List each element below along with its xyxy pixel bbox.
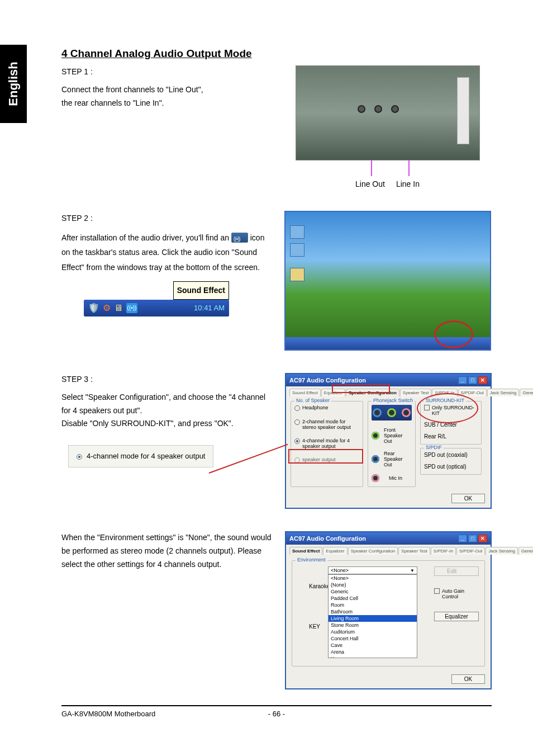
step3-p1: Select "Speaker Configuration", and choo…: [61, 391, 272, 418]
label-auto-gain: Auto Gain Control: [442, 588, 479, 599]
label-lineout: Line Out: [355, 179, 385, 188]
env-option[interactable]: Room: [329, 602, 417, 608]
ok-button[interactable]: OK: [451, 494, 485, 503]
checkbox-auto-gain[interactable]: Auto Gain Control: [434, 588, 479, 599]
footer-page: - 66 -: [254, 710, 299, 718]
label-key: KEY: [309, 623, 320, 630]
ok-button-2[interactable]: OK: [451, 674, 485, 684]
step3-row: STEP 3 : Select "Speaker Configuration",…: [61, 373, 492, 509]
env-dropdown[interactable]: <None> ▼ <None>(None)GenericPadded CellR…: [328, 566, 417, 658]
rear-labels: Line Out Line In: [355, 179, 420, 188]
equalizer-button[interactable]: Equalizer: [434, 612, 479, 621]
radio-4ch-label: 4-channel mode for 4 speaker output: [302, 438, 359, 449]
minimize-icon[interactable]: _: [458, 535, 467, 542]
env-option[interactable]: Living Room: [329, 615, 417, 622]
desktop-icon-2: [290, 243, 304, 257]
maximize-icon[interactable]: □: [468, 376, 477, 384]
radio-2ch[interactable]: 2-channel mode for stereo speaker output: [294, 419, 359, 430]
label-linein: Line In: [396, 179, 420, 188]
language-tab-text: English: [6, 62, 21, 106]
language-tab: English: [0, 45, 27, 123]
radio-2ch-label: 2-channel mode for stereo speaker output: [302, 419, 359, 430]
ac97-tabs-2: Sound Effect Equalizer Speaker Configura…: [286, 545, 491, 555]
fieldset-environment: Environment Karaoke KEY <None> ▼ <None>(…: [292, 560, 485, 667]
row-spd-opt: SPD out (optical): [424, 464, 478, 470]
tab-jack-sensing[interactable]: Jack Sensing: [487, 389, 520, 396]
highlight-oval-icon: [434, 320, 473, 348]
tab-speaker-test-2[interactable]: Speaker Test: [398, 547, 430, 555]
step1-image-col: Line Out Line In: [283, 65, 492, 188]
four-channel-clip-text: 4-channel mode for 4 speaker output: [87, 450, 205, 462]
footer-spacer: [299, 710, 492, 718]
pci-bracket: [457, 77, 469, 144]
tab-speaker-config-2[interactable]: Speaker Configuration: [348, 547, 398, 555]
env-option[interactable]: Auditorium: [329, 629, 417, 635]
tab-general-2[interactable]: General: [518, 547, 533, 555]
env-option[interactable]: Generic: [329, 588, 417, 595]
env-image-col: AC97 Audio Configuration _ □ ✕ Sound Eff…: [285, 531, 492, 689]
env-row: When the "Environment settings" is "None…: [61, 531, 492, 689]
radio-headphone-label: Headphone: [302, 405, 329, 410]
fieldset-spdif: S/PDIF SPD out (coaxial) SPD out (optica…: [420, 448, 482, 475]
radio-4ch[interactable]: 4-channel mode for 4 speaker output: [294, 438, 359, 449]
ac97-title: AC97 Audio Configuration: [289, 377, 366, 384]
env-option[interactable]: Cave: [329, 642, 417, 649]
label-spd-opt: SPD out (optical): [424, 464, 467, 470]
close-icon[interactable]: ✕: [478, 376, 487, 384]
four-channel-clip: 4-channel mode for 4 speaker output: [68, 445, 213, 467]
env-option[interactable]: Arena: [329, 649, 417, 655]
ac97-dialog-speaker-config: AC97 Audio Configuration _ □ ✕ Sound Eff…: [285, 373, 492, 509]
tray-audio-icon[interactable]: ((•)): [126, 303, 137, 313]
mini-jack-blue-icon: [372, 455, 379, 463]
env-option[interactable]: Padded Cell: [329, 595, 417, 602]
step3-p2: Disable "Only SURROUND-KIT", and press "…: [61, 417, 272, 431]
tab-spdif-out-2[interactable]: S/PDIF-Out: [456, 547, 485, 555]
env-body: Environment Karaoke KEY <None> ▼ <None>(…: [286, 555, 491, 672]
env-option[interactable]: <None>: [329, 575, 417, 582]
step3-label: STEP 3 :: [61, 373, 272, 386]
page-content: 4 Channel Analog Audio Output Mode STEP …: [61, 48, 492, 712]
audio-tray-icon: [231, 233, 248, 243]
env-text: When the "Environment settings" is "None…: [61, 531, 272, 571]
tab-sound-effect[interactable]: Sound Effect: [289, 389, 321, 396]
maximize-icon[interactable]: □: [468, 535, 477, 542]
tab-sound-effect-2[interactable]: Sound Effect: [289, 547, 322, 555]
minimize-icon[interactable]: _: [458, 376, 467, 384]
tray-monitor-icon: 🖥: [114, 300, 123, 316]
tab-general[interactable]: General: [520, 389, 533, 396]
tab-spdif-in-2[interactable]: S/PDIF-In: [431, 547, 456, 555]
step1-line1: Connect the front channels to "Line Out"…: [61, 83, 270, 97]
env-right-col: Edit Auto Gain Control Equalizer: [434, 566, 479, 621]
legend-phonejack: Phonejack Switch: [372, 398, 415, 403]
env-option[interactable]: (None): [329, 582, 417, 588]
env-option[interactable]: Bathroom: [329, 608, 417, 615]
radio-headphone[interactable]: Headphone: [294, 405, 359, 411]
tab-jack-sensing-2[interactable]: Jack Sensing: [486, 547, 518, 555]
step2-text: STEP 2 : After installation of the audio…: [61, 211, 270, 316]
label-karaoke: Karaoke: [309, 583, 330, 589]
radio-icon: [294, 405, 300, 411]
window-buttons: _ □ ✕: [458, 376, 487, 384]
sound-effect-balloon: Sound Effect: [173, 281, 229, 300]
legend-spdif: S/PDIF: [424, 445, 444, 450]
tray-settings-icon: ⚙: [103, 300, 111, 316]
jacks-panel: [372, 405, 412, 420]
env-option[interactable]: Hangar: [329, 655, 417, 658]
env-option[interactable]: Concert Hall: [329, 635, 417, 642]
tab-speaker-test[interactable]: Speaker Test: [400, 389, 432, 396]
env-ok-row: OK: [286, 672, 491, 688]
edit-button[interactable]: Edit: [434, 566, 479, 576]
close-icon[interactable]: ✕: [478, 535, 487, 542]
mini-jack-lime-icon: [372, 432, 379, 440]
tab-equalizer-2[interactable]: Equalizer: [323, 547, 347, 555]
legend-environment: Environment: [296, 557, 327, 563]
env-option[interactable]: Stone Room: [329, 622, 417, 629]
jack-blue-icon: [373, 408, 382, 417]
highlight-rect-4ch: [288, 449, 363, 464]
env-options-list[interactable]: <None>(None)GenericPadded CellRoomBathro…: [328, 574, 417, 658]
jack-linein-icon: [358, 105, 365, 113]
tray-antivirus-icon: 🛡️: [88, 300, 99, 316]
desktop-screenshot: [284, 211, 491, 351]
radio-icon: [294, 419, 300, 425]
jack-lime-icon: [387, 408, 396, 417]
